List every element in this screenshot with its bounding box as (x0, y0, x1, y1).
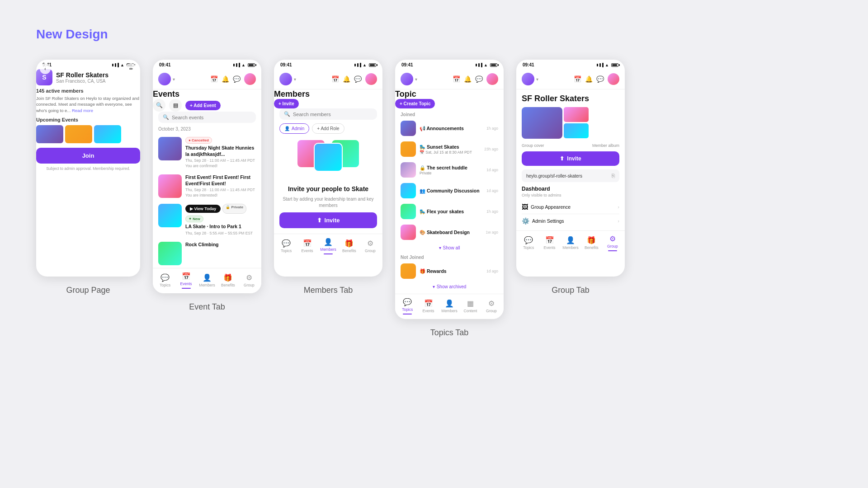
join-button[interactable]: Join (36, 148, 140, 164)
members-active-bar (324, 253, 333, 254)
top-bar-avatar-2[interactable] (158, 73, 171, 85)
nav-content-4[interactable]: ▦ Content (460, 299, 481, 313)
user-avatar-3[interactable] (365, 73, 377, 85)
nav-group-5[interactable]: ⚙ Group (602, 235, 623, 251)
nav-topics-5[interactable]: 💬 Topics (518, 236, 539, 250)
nav-members-4[interactable]: 👤 Members (439, 299, 460, 313)
top-bar-4: ▾ 📅 🔔 💬 (395, 69, 504, 89)
calendar-icon-3[interactable]: 📅 (331, 75, 339, 83)
event-item-2[interactable]: First Event! First Event! First Event!Fi… (153, 172, 261, 201)
battery-icon-3 (369, 63, 376, 67)
topic-item-design[interactable]: 🎨 Skateboard Design 1w ago (395, 222, 504, 243)
read-more-link[interactable]: Read more (72, 108, 93, 113)
topic-item-sunset[interactable]: 🛼 Sunset Skates 📅 Sat, Jul 15 at 8:30 AM… (395, 139, 504, 160)
edit-button[interactable]: ✏ (126, 63, 137, 74)
phone-wrapper-group-tab: 09:41 ▲ ▾ 📅 🔔 💬 (516, 60, 625, 295)
nav-group-4[interactable]: ⚙ Group (481, 299, 502, 313)
content-icon-4: ▦ (467, 299, 474, 308)
nav-label-topics-2: Topics (160, 283, 170, 287)
topic-item-announcements[interactable]: 📢 Announcements 1h ago (395, 118, 504, 139)
bell-icon-3[interactable]: 🔔 (343, 75, 350, 83)
wifi-icon-3: ▲ (363, 63, 367, 67)
bell-icon-2[interactable]: 🔔 (222, 75, 229, 83)
topic-info-announcements: 📢 Announcements (420, 126, 483, 131)
sb1-5 (597, 64, 598, 66)
invite-button[interactable]: + Invite (274, 99, 299, 108)
battery-icon-4 (490, 63, 497, 67)
user-avatar-4[interactable] (486, 73, 498, 85)
topic-item-rewards[interactable]: 🎁 Rewards 1d ago (395, 261, 504, 282)
members-search-bar[interactable]: 🔍 (279, 108, 377, 120)
events-search-bar[interactable]: 🔍 (158, 112, 256, 123)
upcoming-thumb-2 (65, 125, 92, 143)
topics-list: Joined 📢 Announcements 1h ago 🛼 Sunset S… (395, 108, 504, 294)
event-item-3[interactable]: ▶ View Today 🔒 Private ✦ New LA Skate · … (153, 201, 261, 239)
event-title-1: Thursday Night Skate Hunnies la asdjkfhk… (185, 145, 256, 157)
calendar-icon-2[interactable]: 📅 (210, 75, 218, 83)
filter-icon-btn[interactable]: ▤ (169, 99, 182, 112)
back-button[interactable]: ‹ (40, 63, 51, 74)
nav-topics-4[interactable]: 💬 Topics (397, 298, 418, 314)
nav-label-group-4: Group (486, 309, 497, 313)
nav-bar-2: 💬 Topics 📅 Events 👤 Members 🎁 Benefits (153, 268, 261, 293)
admin-role-btn[interactable]: 👤 Admin (279, 123, 309, 134)
chat-icon-2[interactable]: 💬 (233, 75, 241, 83)
admin-settings-row[interactable]: ⚙️ Admin Settings › (522, 214, 619, 228)
nav-label-members-4: Members (441, 309, 457, 313)
phone-wrapper-group-page: 9:41 ▲ ‹ ✏ S (36, 60, 140, 295)
nav-events-5[interactable]: 📅 Events (539, 236, 560, 250)
sb1 (233, 64, 235, 66)
event-item-4[interactable]: Rock Climbing (153, 239, 261, 268)
nav-events-4[interactable]: 📅 Events (418, 299, 439, 313)
nav-members-5[interactable]: 👤 Members (560, 236, 581, 250)
event-item-1[interactable]: ● Cancelled Thursday Night Skate Hunnies… (153, 134, 261, 172)
invite-action-button[interactable]: ⬆ Invite (279, 212, 377, 228)
nav-topics-3[interactable]: 💬 Topics (276, 239, 297, 253)
chat-icon-3[interactable]: 💬 (354, 75, 362, 83)
nav-benefits-5[interactable]: 🎁 Benefits (581, 236, 602, 250)
chevron-right-appearance: › (618, 204, 619, 210)
add-role-btn[interactable]: + Add Role (312, 123, 344, 134)
topic-item-huddle[interactable]: 🔒 The secret huddle Private 1d ago (395, 160, 504, 180)
nav-members-3[interactable]: 👤 Members (318, 238, 339, 254)
search-icon-btn[interactable]: 🔍 (153, 99, 165, 112)
nav-events-2[interactable]: 📅 Events (175, 272, 196, 289)
top-bar-avatar-3[interactable] (279, 73, 292, 85)
invite-full-button[interactable]: ⬆ Invite (522, 151, 619, 166)
topic-item-community[interactable]: 👥 Community Discussion 1d ago (395, 180, 504, 201)
topics-icon-4: 💬 (403, 298, 412, 306)
topic-item-flex[interactable]: 🛼 Flex your skates 1h ago (395, 201, 504, 222)
group-tab-header: SF Roller Skaters Group cover Member alb… (516, 89, 625, 230)
create-topic-button[interactable]: + Create Topic (395, 99, 435, 108)
add-event-button[interactable]: + Add Event (185, 101, 221, 110)
bell-icon-4[interactable]: 🔔 (464, 75, 472, 83)
top-bar-avatar-4[interactable] (401, 73, 413, 85)
group-info-section: S SF Roller Skaters San Francisco, CA, U… (36, 69, 140, 171)
bell-icon-5[interactable]: 🔔 (585, 75, 593, 83)
topic-info-huddle: 🔒 The secret huddle Private (420, 165, 483, 175)
admin-settings-label: Admin Settings (532, 218, 564, 224)
calendar-icon-4[interactable]: 📅 (453, 75, 460, 83)
events-search-input[interactable] (172, 115, 251, 120)
nav-benefits-2[interactable]: 🎁 Benefits (217, 273, 238, 287)
top-bar-avatar-5[interactable] (522, 73, 534, 85)
group-appearance-row[interactable]: 🖼 Group Appearence › (522, 200, 619, 214)
copy-icon[interactable]: ⎘ (612, 173, 615, 179)
nav-group-2[interactable]: ⚙ Group (239, 273, 259, 287)
nav-topics-2[interactable]: 💬 Topics (155, 273, 175, 287)
user-avatar-2[interactable] (244, 73, 256, 85)
chat-icon-4[interactable]: 💬 (475, 75, 483, 83)
view-today-button[interactable]: ▶ View Today (185, 205, 221, 213)
nav-events-3[interactable]: 📅 Events (297, 239, 317, 253)
nav-members-2[interactable]: 👤 Members (197, 273, 217, 287)
members-search-input[interactable] (293, 112, 373, 117)
user-avatar-5[interactable] (608, 73, 619, 85)
show-all-button[interactable]: ▾ Show all (395, 243, 504, 253)
show-archived-button[interactable]: ▾ Show archived (395, 282, 504, 292)
calendar-icon-5[interactable]: 📅 (574, 75, 581, 83)
nav-group-3[interactable]: ⚙ Group (360, 239, 381, 253)
nav-benefits-3[interactable]: 🎁 Benefits (339, 239, 359, 253)
event-meta-2: Thu, Sep 28 · 11:00 AM – 11:45 AM PDTYou… (185, 188, 256, 198)
chat-icon-5[interactable]: 💬 (596, 75, 604, 83)
nav-bar-4: 💬 Topics 📅 Events 👤 Members ▦ Content (395, 294, 504, 319)
